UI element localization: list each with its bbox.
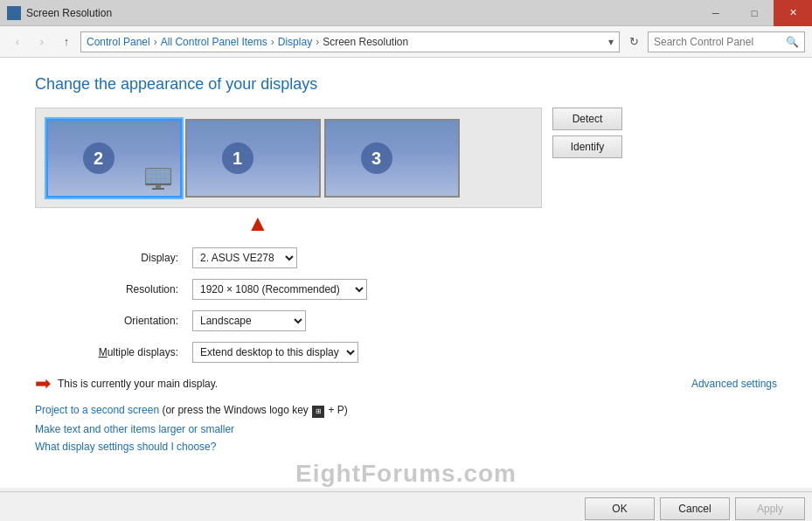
close-button[interactable]: ✕ [774,0,812,26]
minimize-button[interactable]: ─ [697,0,735,26]
main-content: Change the appearance of your displays 2 [0,58,812,488]
display-2-number: 2 [83,142,115,174]
dropdown-icon[interactable]: ▾ [608,36,614,48]
display-row: Display: 2. ASUS VE278 [35,247,777,269]
resolution-select[interactable]: 1920 × 1080 (Recommended) [192,279,367,300]
breadcrumb: Control Panel › All Control Panel Items … [80,31,620,52]
forward-button[interactable]: › [31,31,52,52]
resolution-row: Resolution: 1920 × 1080 (Recommended) [35,278,777,301]
breadcrumb-display[interactable]: Display [278,36,312,48]
svg-rect-10 [156,185,161,188]
up-arrow-icon: ▲ [246,210,269,236]
page-title: Change the appearance of your displays [35,75,777,94]
main-display-info: ➡ This is currently your main display. [35,372,218,395]
displays-area: 2 [35,108,542,208]
project-link-text2: + P) [329,404,348,416]
address-bar: ‹ › ↑ Control Panel › All Control Panel … [0,26,812,58]
project-link-text: (or press the Windows logo key [162,404,311,416]
multiple-displays-row: Multiple displays: Extend desktop to thi… [35,341,777,364]
text-size-link-line: Make text and other items larger or smal… [35,423,777,435]
title-bar-left: Screen Resolution [7,6,112,20]
display-3-number: 3 [361,142,392,174]
advanced-settings-link[interactable]: Advanced settings [691,378,777,390]
detect-button[interactable]: Detect [552,108,622,130]
link-section: Project to a second screen (or press the… [35,404,777,453]
orientation-row: Orientation: Landscape [35,309,777,332]
apply-button[interactable]: Apply [735,497,805,520]
display-1[interactable]: 1 [185,119,321,198]
text-size-link[interactable]: Make text and other items larger or smal… [35,423,234,435]
display-select[interactable]: 2. ASUS VE278 [192,247,297,268]
info-section: ➡ This is currently your main display. A… [35,372,777,395]
right-arrow-icon: ➡ [35,372,51,395]
main-display-text: This is currently your main display. [58,378,218,390]
multiple-displays-label: Multiple displays: [35,346,192,358]
multiple-displays-select[interactable]: Extend desktop to this display [192,342,358,363]
detect-identify-panel: Detect Identify [552,108,622,158]
search-icon: 🔍 [786,36,799,48]
display-settings-link[interactable]: What display settings should I choose? [35,441,216,453]
window-title: Screen Resolution [26,7,112,19]
orientation-label: Orientation: [35,315,192,327]
monitor-icon [145,168,173,191]
resolution-label: Resolution: [35,283,192,295]
up-button[interactable]: ↑ [56,31,77,52]
title-bar: Screen Resolution ─ □ ✕ [0,0,812,26]
arrow-container: ▲ [35,212,777,234]
bottom-buttons: OK Cancel Apply [0,491,812,521]
project-link-line: Project to a second screen (or press the… [35,404,777,418]
orientation-select[interactable]: Landscape [192,310,306,331]
refresh-button[interactable]: ↻ [623,31,644,52]
back-button[interactable]: ‹ [7,31,28,52]
breadcrumb-all-items[interactable]: All Control Panel Items [161,36,267,48]
displays-row: 2 [35,108,777,212]
svg-rect-11 [152,188,164,190]
display-settings-link-line: What display settings should I choose? [35,441,777,453]
breadcrumb-control-panel[interactable]: Control Panel [87,36,150,48]
search-input[interactable] [654,36,786,48]
app-icon [7,6,21,20]
maximize-button[interactable]: □ [735,0,774,26]
display-2[interactable]: 2 [46,119,182,198]
watermark: EightForums.com [35,460,777,488]
cancel-button[interactable]: Cancel [660,497,730,520]
display-1-number: 1 [222,142,253,174]
display-3[interactable]: 3 [324,119,460,198]
project-link[interactable]: Project to a second screen [35,404,159,416]
display-label: Display: [35,252,192,264]
breadcrumb-current: Screen Resolution [323,36,408,48]
search-box: 🔍 [648,31,805,52]
form-section: Display: 2. ASUS VE278 Resolution: 1920 … [35,247,777,364]
window-controls: ─ □ ✕ [697,0,812,26]
identify-button[interactable]: Identify [552,135,622,158]
windows-key-icon: ⊞ [312,406,324,418]
ok-button[interactable]: OK [585,497,655,520]
